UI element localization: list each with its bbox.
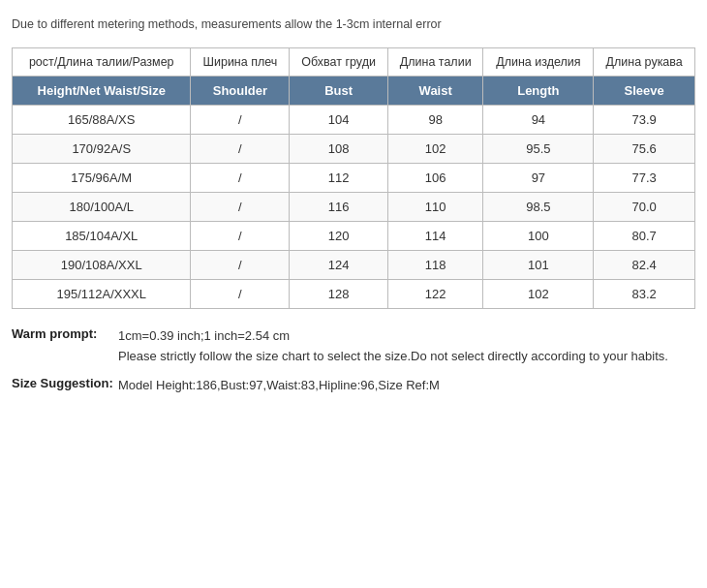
header-shoulder-en: Shoulder [191,76,290,105]
cell-size: 175/96A/M [13,163,191,192]
cell-waist: 102 [387,134,483,163]
cell-length: 101 [483,250,594,279]
cell-length: 100 [483,221,594,250]
cell-size: 195/112A/XXXL [13,279,191,308]
cell-size: 170/92A/S [13,134,191,163]
header-shoulder-ru: Ширина плеч [191,47,290,76]
cell-bust: 124 [290,250,388,279]
cell-length: 94 [483,105,594,134]
cell-length: 95.5 [483,134,594,163]
size-table: рост/Длина талии/Размер Ширина плеч Обхв… [12,47,695,309]
cell-bust: 104 [290,105,388,134]
cell-waist: 98 [387,105,483,134]
warm-prompt-row: Warm prompt: 1cm=0.39 inch;1 inch=2.54 c… [12,326,695,367]
cell-bust: 108 [290,134,388,163]
warm-prompt-line2: Please strictly follow the size chart to… [118,347,695,367]
cell-shoulder: / [191,221,290,250]
cell-bust: 120 [290,221,388,250]
table-row: 180/100A/L/11611098.570.0 [13,192,695,221]
cell-waist: 118 [387,250,483,279]
cell-size: 185/104A/XL [13,221,191,250]
table-row: 195/112A/XXXL/12812210283.2 [13,279,695,308]
header-row-2: Height/Net Waist/Size Shoulder Bust Wais… [13,76,695,105]
cell-waist: 106 [387,163,483,192]
cell-length: 98.5 [483,192,594,221]
notice-text: Due to different metering methods, measu… [12,15,695,34]
cell-length: 102 [483,279,594,308]
cell-shoulder: / [191,192,290,221]
cell-sleeve: 80.7 [594,221,695,250]
warm-prompt-label: Warm prompt: [12,326,118,341]
table-row: 175/96A/M/1121069777.3 [13,163,695,192]
size-suggestion-label: Size Suggestion: [12,376,118,390]
cell-shoulder: / [191,134,290,163]
header-length-ru: Длина изделия [483,47,594,76]
cell-sleeve: 82.4 [594,250,695,279]
cell-sleeve: 77.3 [594,163,695,192]
cell-shoulder: / [191,163,290,192]
header-size-en: Height/Net Waist/Size [13,76,191,105]
cell-bust: 116 [290,192,388,221]
table-row: 185/104A/XL/12011410080.7 [13,221,695,250]
size-suggestion-row: Size Suggestion: Model Height:186,Bust:9… [12,376,695,396]
cell-shoulder: / [191,105,290,134]
cell-waist: 110 [387,192,483,221]
header-bust-ru: Обхват груди [290,47,388,76]
cell-bust: 128 [290,279,388,308]
cell-length: 97 [483,163,594,192]
header-length-en: Length [483,76,594,105]
cell-waist: 122 [387,279,483,308]
cell-shoulder: / [191,279,290,308]
table-row: 190/108A/XXL/12411810182.4 [13,250,695,279]
header-waist-en: Waist [387,76,483,105]
cell-bust: 112 [290,163,388,192]
header-waist-ru: Длина талии [387,47,483,76]
warm-prompt-line1: 1cm=0.39 inch;1 inch=2.54 cm [118,326,695,347]
cell-size: 180/100A/L [13,192,191,221]
header-sleeve-ru: Длина рукава [594,47,695,76]
warm-prompt-content: 1cm=0.39 inch;1 inch=2.54 cm Please stri… [118,326,695,367]
header-row-1: рост/Длина талии/Размер Ширина плеч Обхв… [13,47,695,76]
cell-size: 165/88A/XS [13,105,191,134]
header-bust-en: Bust [290,76,388,105]
table-row: 170/92A/S/10810295.575.6 [13,134,695,163]
cell-sleeve: 83.2 [594,279,695,308]
size-suggestion-content: Model Height:186,Bust:97,Waist:83,Hiplin… [118,376,695,396]
table-row: 165/88A/XS/104989473.9 [13,105,695,134]
cell-sleeve: 75.6 [594,134,695,163]
header-sleeve-en: Sleeve [594,76,695,105]
cell-shoulder: / [191,250,290,279]
header-size-ru: рост/Длина талии/Размер [13,47,191,76]
cell-sleeve: 73.9 [594,105,695,134]
cell-size: 190/108A/XXL [13,250,191,279]
cell-waist: 114 [387,221,483,250]
footer-section: Warm prompt: 1cm=0.39 inch;1 inch=2.54 c… [12,326,695,396]
cell-sleeve: 70.0 [594,192,695,221]
